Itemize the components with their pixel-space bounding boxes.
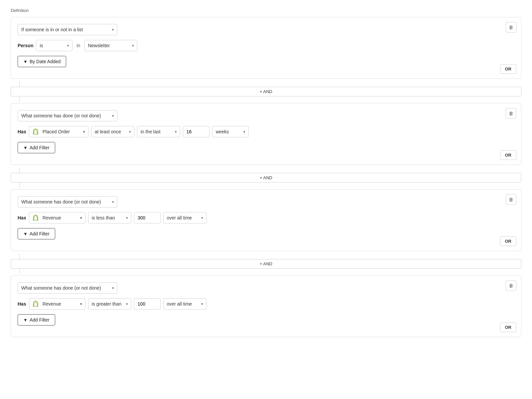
freq-select-2[interactable]: at least once zero times exactly: [91, 126, 134, 137]
add-filter-row-2: ▼ Add Filter: [18, 142, 514, 153]
condition-type-row-1: If someone is in or not in a list What s…: [18, 24, 514, 35]
condition-type-select-wrapper-3: What someone has done (or not done) If s…: [18, 196, 117, 207]
placed-order-row: Has Placed Order Viewed Product Checkout…: [18, 126, 514, 137]
condition-select-wrapper-4: is greater than is less than is equal to…: [88, 298, 131, 310]
condition-type-select-wrapper-2: What someone has done (or not done) If s…: [18, 110, 117, 121]
add-filter-btn-4[interactable]: ▼ Add Filter: [18, 314, 55, 326]
and-section-3: + AND: [11, 254, 521, 274]
add-filter-row-4: ▼ Add Filter: [18, 314, 514, 326]
and-line-2: [19, 168, 20, 173]
action-select-wrapper-3: Revenue Placed Order Viewed Product ▾: [29, 212, 85, 223]
action-select-wrapper-4: Revenue Placed Order Viewed Product ▾: [29, 298, 85, 310]
is-select-wrapper: is is not: [36, 40, 72, 51]
and-section-2: + AND: [11, 168, 521, 188]
filter-icon-3: ▼: [23, 231, 28, 236]
add-filter-label-4: Add Filter: [30, 317, 50, 323]
has-label-4: Has: [18, 301, 26, 307]
condition-type-select-2[interactable]: What someone has done (or not done) If s…: [18, 110, 117, 121]
condition-block-1: If someone is in or not in a list What s…: [11, 17, 521, 79]
revenue-greater-row: Has Revenue Placed Order Viewed Product …: [18, 298, 514, 310]
condition-type-row-4: What someone has done (or not done) If s…: [18, 282, 514, 294]
and-section-1: + AND: [11, 81, 521, 102]
unit-select-2[interactable]: weeks days months: [212, 126, 249, 137]
add-filter-row-3: ▼ Add Filter: [18, 228, 514, 239]
condition-block-2: What someone has done (or not done) If s…: [11, 103, 521, 165]
or-btn-4[interactable]: OR: [500, 323, 517, 332]
time-select-4[interactable]: over all time in the last before after: [163, 298, 206, 310]
and-btn-2[interactable]: + AND: [11, 173, 521, 183]
time-select-2[interactable]: in the last over all time before after: [137, 126, 180, 137]
action-select-wrapper-2: Placed Order Viewed Product Checkout Sta…: [29, 126, 88, 137]
add-filter-btn-2[interactable]: ▼ Add Filter: [18, 142, 55, 153]
action-select-with-icon-3: Revenue Placed Order Viewed Product: [29, 212, 85, 223]
definition-label: Definition: [11, 8, 521, 13]
time-select-wrapper-4: over all time in the last before after: [163, 298, 206, 310]
condition-type-select-wrapper-4: What someone has done (or not done) If s…: [18, 282, 117, 294]
shopify-icon-2: [32, 128, 39, 135]
and-line-3: [19, 254, 20, 259]
filter-icon-2: ▼: [23, 145, 28, 150]
or-btn-2[interactable]: OR: [500, 150, 517, 160]
value-input-3[interactable]: [134, 212, 161, 223]
add-filter-btn-3[interactable]: ▼ Add Filter: [18, 228, 55, 239]
condition-type-select-wrapper-1: If someone is in or not in a list What s…: [18, 24, 117, 35]
definition-section: Definition If someone is in or not in a …: [11, 8, 521, 337]
condition-type-select-3[interactable]: What someone has done (or not done) If s…: [18, 196, 117, 207]
person-label: Person: [18, 43, 33, 48]
has-label-3: Has: [18, 215, 26, 220]
in-label: in: [76, 43, 80, 48]
by-date-added-button[interactable]: ▼ By Date Added: [18, 56, 66, 67]
filter-icon-1: ▼: [23, 59, 28, 64]
shopify-icon-4: [32, 300, 39, 308]
delete-block-1-button[interactable]: 🗑: [506, 22, 516, 33]
time-select-wrapper-2: in the last over all time before after: [137, 126, 180, 137]
person-row: Person is is not in Newsletter VIP List …: [18, 40, 514, 51]
unit-select-wrapper-2: weeks days months: [212, 126, 249, 137]
condition-type-row-2: What someone has done (or not done) If s…: [18, 110, 514, 121]
or-btn-1[interactable]: OR: [500, 64, 517, 74]
list-select-wrapper: Newsletter VIP List Subscribers: [84, 40, 137, 51]
and-line-1: [19, 81, 20, 87]
time-select-3[interactable]: over all time in the last before after: [163, 212, 206, 223]
freq-select-wrapper-2: at least once zero times exactly: [91, 126, 134, 137]
add-filter-label-2: Add Filter: [30, 145, 50, 150]
delete-block-2-button[interactable]: 🗑: [506, 108, 516, 119]
condition-type-select-1[interactable]: If someone is in or not in a list What s…: [18, 24, 117, 35]
action-select-with-icon-4: Revenue Placed Order Viewed Product: [29, 298, 85, 310]
delete-block-4-button[interactable]: 🗑: [506, 280, 516, 291]
add-filter-label-3: Add Filter: [30, 231, 50, 236]
and-line-3b: [19, 269, 20, 274]
date-added-row: ▼ By Date Added: [18, 56, 514, 67]
condition-select-3[interactable]: is less than is greater than is equal to…: [88, 212, 131, 223]
action-select-3[interactable]: Revenue Placed Order Viewed Product: [41, 212, 82, 223]
is-select[interactable]: is is not: [36, 40, 72, 51]
and-line-2b: [19, 183, 20, 188]
action-select-4[interactable]: Revenue Placed Order Viewed Product: [41, 299, 82, 309]
filter-icon-4: ▼: [23, 318, 28, 323]
value-input-2[interactable]: [183, 126, 209, 137]
and-btn-3[interactable]: + AND: [11, 259, 521, 269]
or-btn-3[interactable]: OR: [500, 236, 517, 246]
shopify-icon-3: [32, 214, 39, 221]
time-select-wrapper-3: over all time in the last before after: [163, 212, 206, 223]
condition-type-select-4[interactable]: What someone has done (or not done) If s…: [18, 282, 117, 294]
action-select-2[interactable]: Placed Order Viewed Product Checkout Sta…: [41, 126, 85, 137]
value-input-4[interactable]: [134, 298, 161, 310]
condition-type-row-3: What someone has done (or not done) If s…: [18, 196, 514, 207]
and-line-1b: [19, 96, 20, 102]
action-select-with-icon-2: Placed Order Viewed Product Checkout Sta…: [29, 126, 88, 137]
has-label-2: Has: [18, 129, 26, 134]
and-btn-1[interactable]: + AND: [11, 87, 521, 96]
condition-select-wrapper-3: is less than is greater than is equal to…: [88, 212, 131, 223]
condition-select-4[interactable]: is greater than is less than is equal to…: [88, 298, 131, 310]
delete-block-3-button[interactable]: 🗑: [506, 194, 516, 205]
list-select[interactable]: Newsletter VIP List Subscribers: [84, 40, 137, 51]
by-date-added-label: By Date Added: [30, 59, 61, 64]
revenue-less-row: Has Revenue Placed Order Viewed Product …: [18, 212, 514, 223]
condition-block-4: What someone has done (or not done) If s…: [11, 275, 521, 337]
condition-block-3: What someone has done (or not done) If s…: [11, 189, 521, 251]
